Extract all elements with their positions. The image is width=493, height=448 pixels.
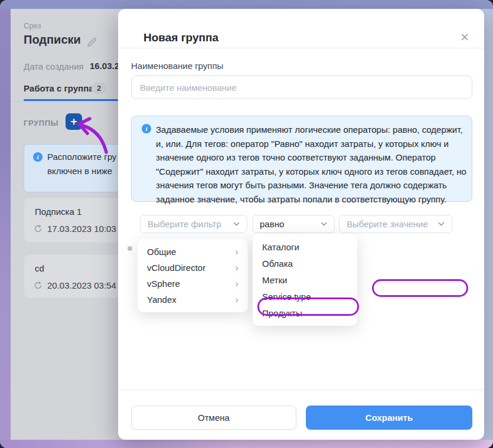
chevron-down-icon <box>321 222 327 226</box>
menu-item-katalogi[interactable]: Каталоги <box>253 238 357 255</box>
chevron-down-icon <box>233 222 240 226</box>
window-left-strip <box>0 9 11 440</box>
chevron-down-icon <box>438 222 445 226</box>
menu-item-metki[interactable]: Метки <box>253 272 357 288</box>
value-select-placeholder: Выберите значение <box>347 219 428 229</box>
page-title: Подписки <box>24 33 81 47</box>
save-button[interactable]: Сохранить <box>306 406 472 430</box>
window-top-strip <box>0 0 493 9</box>
annotation-highlight-metki <box>372 279 468 297</box>
edit-pencil-icon[interactable] <box>86 37 97 48</box>
condition-bullet <box>128 246 132 251</box>
cancel-button[interactable]: Отмена <box>131 406 296 430</box>
group-name-input[interactable] <box>131 76 472 99</box>
menu-item-obschie[interactable]: Общие › <box>138 244 248 260</box>
operators-info-text: Задаваемые условия применяют логические … <box>156 123 468 206</box>
info-icon: i <box>33 152 43 162</box>
annotation-arrow <box>76 116 112 155</box>
refresh-icon <box>34 281 43 290</box>
header-divider <box>118 48 484 48</box>
footer-divider <box>118 390 484 390</box>
app-window: Срез Подписки Дата создания 16.03.2 Рабо… <box>0 0 493 448</box>
window-bottom-strip <box>0 440 493 448</box>
card-title: Подписка 1 <box>35 207 81 217</box>
tab-groups-badge: 2 <box>92 82 106 94</box>
group-name-label: Наименование группы <box>131 61 223 71</box>
created-date-value: 16.03.2 <box>90 61 119 71</box>
new-group-modal: Новая группа × Наименование группы i Зад… <box>118 9 484 440</box>
groups-section-label: ГРУППЫ <box>24 119 58 127</box>
submenu-chevron-icon: › <box>235 262 239 274</box>
submenu-chevron-icon: › <box>235 294 239 306</box>
menu-item-oblaka[interactable]: Облака <box>253 255 357 272</box>
submenu-chevron-icon: › <box>235 246 239 258</box>
menu-item-vsphere[interactable]: vSphere › <box>138 276 248 292</box>
card-updated: 17.03.2023 10:03 <box>34 224 116 234</box>
tabs-divider <box>11 102 118 102</box>
filter-dropdown-menu: Общие › vCloudDirector › vSphere › Yande… <box>138 239 248 312</box>
active-tab-underline <box>24 99 118 101</box>
menu-item-yandex[interactable]: Yandex › <box>138 292 248 308</box>
card-updated: 20.03.2023 03:54 <box>34 280 116 290</box>
info-icon: i <box>142 124 151 133</box>
filter-select-placeholder: Выберите фильтр <box>148 219 221 229</box>
filter-select[interactable]: Выберите фильтр <box>140 215 247 233</box>
value-select[interactable]: Выберите значение <box>339 215 452 233</box>
operator-select[interactable]: равно <box>252 215 335 233</box>
card-title: cd <box>35 263 44 273</box>
modal-title: Новая группа <box>143 31 218 44</box>
slice-label: Срез <box>24 21 41 30</box>
close-icon[interactable]: × <box>461 30 469 44</box>
created-date-label: Дата создания <box>24 61 84 71</box>
submenu-chevron-icon: › <box>235 278 239 290</box>
menu-item-vclouddirector[interactable]: vCloudDirector › <box>138 260 248 276</box>
annotation-highlight-yandex <box>257 297 359 316</box>
refresh-icon <box>34 224 43 233</box>
operator-select-value: равно <box>260 219 284 229</box>
